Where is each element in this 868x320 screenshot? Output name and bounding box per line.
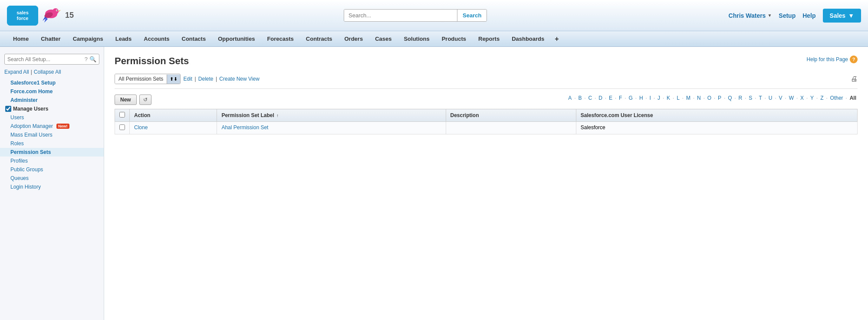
search-box: Search bbox=[344, 9, 487, 22]
alpha-o[interactable]: O bbox=[706, 94, 713, 102]
sidebar-item-permission-sets[interactable]: Permission Sets bbox=[0, 148, 104, 157]
alpha-y[interactable]: Y bbox=[809, 94, 815, 102]
queues-label: Queues bbox=[10, 175, 29, 181]
sidebar-section-forcecom[interactable]: Force.com Home bbox=[0, 87, 104, 96]
svg-point-6 bbox=[57, 10, 58, 11]
nav-add-tab[interactable]: + bbox=[550, 32, 563, 46]
sidebar-separator: | bbox=[31, 69, 32, 75]
sidebar-search-input[interactable] bbox=[7, 56, 83, 62]
clone-link[interactable]: Clone bbox=[134, 124, 148, 131]
nav-campaigns[interactable]: Campaigns bbox=[67, 32, 109, 46]
user-menu[interactable]: Chris Waters ▼ bbox=[729, 12, 772, 19]
alpha-q[interactable]: Q bbox=[727, 94, 733, 102]
filter-left: All Permission Sets ⬆⬇ Edit | Delete | C… bbox=[115, 74, 260, 84]
sidebar-item-login-history[interactable]: Login History bbox=[0, 183, 104, 191]
nav-chatter[interactable]: Chatter bbox=[35, 32, 67, 46]
search-input[interactable] bbox=[344, 10, 457, 21]
nav-orders[interactable]: Orders bbox=[338, 32, 369, 46]
help-page-link[interactable]: Help for this Page ? bbox=[807, 56, 858, 63]
sidebar-search-magnifier-icon[interactable]: 🔍 bbox=[89, 56, 96, 62]
user-dropdown-arrow-icon: ▼ bbox=[767, 13, 772, 18]
alpha-g[interactable]: G bbox=[627, 94, 634, 102]
anniversary-bird-icon bbox=[40, 4, 62, 27]
alpha-x[interactable]: X bbox=[799, 94, 805, 102]
alpha-n[interactable]: N bbox=[696, 94, 702, 102]
alpha-u[interactable]: U bbox=[767, 94, 774, 102]
setup-link[interactable]: Setup bbox=[779, 12, 796, 19]
print-icon[interactable]: 🖨 bbox=[851, 75, 858, 83]
alpha-c[interactable]: C bbox=[587, 94, 594, 102]
nav-reports[interactable]: Reports bbox=[472, 32, 506, 46]
nav-home[interactable]: Home bbox=[7, 32, 35, 46]
alpha-s[interactable]: S bbox=[747, 94, 753, 102]
edit-view-link[interactable]: Edit bbox=[183, 76, 192, 82]
sales-app-button[interactable]: Sales ▼ bbox=[823, 9, 861, 23]
nav-products[interactable]: Products bbox=[436, 32, 472, 46]
sidebar-item-users[interactable]: Users bbox=[0, 113, 104, 122]
sort-icon[interactable]: ↑ bbox=[276, 113, 279, 118]
nav-contacts[interactable]: Contacts bbox=[176, 32, 212, 46]
alpha-l[interactable]: L bbox=[675, 94, 681, 102]
sidebar-item-adoption-manager[interactable]: Adoption Manager New! bbox=[0, 122, 104, 131]
sidebar-manage-users-section: Manage Users bbox=[0, 104, 104, 113]
alpha-b[interactable]: B bbox=[577, 94, 583, 102]
alpha-d[interactable]: D bbox=[597, 94, 604, 102]
nav-solutions[interactable]: Solutions bbox=[398, 32, 435, 46]
nav-opportunities[interactable]: Opportunities bbox=[212, 32, 261, 46]
select-all-checkbox[interactable] bbox=[119, 112, 125, 118]
collapse-all-link[interactable]: Collapse All bbox=[34, 69, 61, 75]
alpha-f[interactable]: F bbox=[618, 94, 623, 102]
page-header: Permission Sets Help for this Page ? bbox=[115, 56, 858, 67]
alpha-a[interactable]: A bbox=[567, 94, 573, 102]
alpha-all[interactable]: All bbox=[848, 94, 858, 102]
expand-all-link[interactable]: Expand All bbox=[4, 69, 29, 75]
nav-dashboards[interactable]: Dashboards bbox=[506, 32, 550, 46]
permission-sets-label: Permission Sets bbox=[10, 149, 51, 155]
alpha-t[interactable]: T bbox=[757, 94, 763, 102]
alpha-p[interactable]: P bbox=[717, 94, 723, 102]
nav-cases[interactable]: Cases bbox=[369, 32, 398, 46]
logo-area: sales force 15 bbox=[7, 4, 102, 27]
nav-accounts[interactable]: Accounts bbox=[138, 32, 175, 46]
manage-users-checkbox[interactable] bbox=[5, 106, 11, 112]
user-name: Chris Waters bbox=[729, 12, 766, 19]
sidebar-item-roles[interactable]: Roles bbox=[0, 139, 104, 148]
new-button[interactable]: New bbox=[115, 95, 137, 105]
alpha-k[interactable]: K bbox=[665, 94, 671, 102]
alpha-i[interactable]: I bbox=[648, 94, 652, 102]
permission-sets-table: Action Permission Set Label ↑ Descriptio… bbox=[115, 109, 858, 134]
nav-bar: Home Chatter Campaigns Leads Accounts Co… bbox=[0, 31, 868, 47]
salesforce1-label: Salesforce1 Setup bbox=[10, 80, 56, 86]
alpha-h[interactable]: H bbox=[638, 94, 644, 102]
sidebar-item-profiles[interactable]: Profiles bbox=[0, 157, 104, 165]
alpha-v[interactable]: V bbox=[778, 94, 784, 102]
sidebar-section-salesforce1[interactable]: Salesforce1 Setup bbox=[0, 78, 104, 87]
alpha-j[interactable]: J bbox=[656, 94, 661, 102]
alpha-z[interactable]: Z bbox=[819, 94, 825, 102]
alpha-e[interactable]: E bbox=[608, 94, 614, 102]
sidebar-item-queues[interactable]: Queues bbox=[0, 174, 104, 183]
sidebar-item-mass-email-users[interactable]: Mass Email Users bbox=[0, 131, 104, 139]
alpha-m[interactable]: M bbox=[685, 94, 692, 102]
roles-label: Roles bbox=[10, 140, 24, 147]
filter-sep1: | bbox=[194, 76, 197, 82]
nav-forecasts[interactable]: Forecasts bbox=[261, 32, 299, 46]
permission-set-label-link[interactable]: Ahal Permission Set bbox=[221, 124, 268, 131]
delete-view-link[interactable]: Delete bbox=[198, 76, 214, 82]
alpha-r[interactable]: R bbox=[737, 94, 744, 102]
alpha-other[interactable]: Other bbox=[829, 94, 845, 102]
help-link[interactable]: Help bbox=[802, 12, 815, 19]
refresh-button[interactable]: ↺ bbox=[139, 95, 151, 105]
nav-leads[interactable]: Leads bbox=[109, 32, 138, 46]
nav-contracts[interactable]: Contracts bbox=[300, 32, 339, 46]
row-checkbox[interactable] bbox=[119, 124, 125, 130]
manage-users-label: Manage Users bbox=[13, 106, 48, 112]
create-view-link[interactable]: Create New View bbox=[219, 76, 259, 82]
sidebar-item-public-groups[interactable]: Public Groups bbox=[0, 165, 104, 174]
view-selector: All Permission Sets ⬆⬇ bbox=[115, 74, 181, 84]
col-description: Description bbox=[446, 109, 576, 122]
alpha-w[interactable]: W bbox=[788, 94, 795, 102]
search-button[interactable]: Search bbox=[457, 10, 487, 21]
view-select-button[interactable]: ⬆⬇ bbox=[167, 75, 180, 84]
login-history-label: Login History bbox=[10, 184, 41, 190]
